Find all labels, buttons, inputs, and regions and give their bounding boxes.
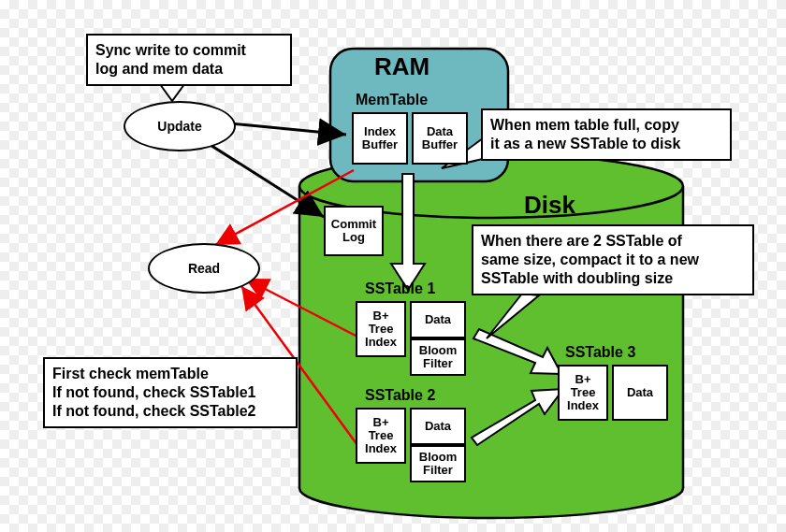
arrow-memtable-to-sstable1 <box>391 174 425 290</box>
sstable2-bloom: Bloom Filter <box>410 445 466 482</box>
callout-flush: When mem table full, copy it as a new SS… <box>481 108 732 161</box>
arrow-update-to-commitlog <box>206 142 324 217</box>
sstable2-title: SSTable 2 <box>365 387 435 404</box>
sstable1-bloom: Bloom Filter <box>410 338 466 376</box>
sstable3-bptree: B+ Tree Index <box>558 365 608 421</box>
ram-title: RAM <box>374 52 429 81</box>
arrow-sstable1-to-sstable3 <box>473 329 561 374</box>
svg-point-0 <box>299 458 683 518</box>
sstable2-bptree: B+ Tree Index <box>356 408 406 464</box>
sstable1-title: SSTable 1 <box>365 280 435 297</box>
arrow-sstable1-to-read <box>245 279 357 337</box>
callout-compact-tail <box>487 294 539 338</box>
update-label: Update <box>157 119 201 134</box>
update-node: Update <box>124 101 236 151</box>
sstable2-data: Data <box>410 408 466 445</box>
callout-read-path: First check memTable If not found, check… <box>43 357 298 428</box>
callout-sync: Sync write to commit log and mem data <box>86 34 292 86</box>
sstable3-data: Data <box>612 365 668 421</box>
memtable-data-buffer: Data Buffer <box>412 112 468 165</box>
read-label: Read <box>188 261 220 276</box>
arrow-update-to-memtable <box>230 123 346 135</box>
sstable3-title: SSTable 3 <box>565 344 635 361</box>
sstable1-bptree: B+ Tree Index <box>356 301 406 357</box>
commit-log: Commit Log <box>324 206 384 256</box>
sstable1-data: Data <box>410 301 466 338</box>
arrow-sstable2-to-sstable3 <box>472 389 563 445</box>
memtable-title: MemTable <box>356 92 428 108</box>
disk-title: Disk <box>524 191 575 220</box>
callout-compact: When there are 2 SSTable of same size, c… <box>472 224 754 295</box>
read-node: Read <box>148 243 260 294</box>
memtable-index-buffer: Index Buffer <box>352 112 408 165</box>
